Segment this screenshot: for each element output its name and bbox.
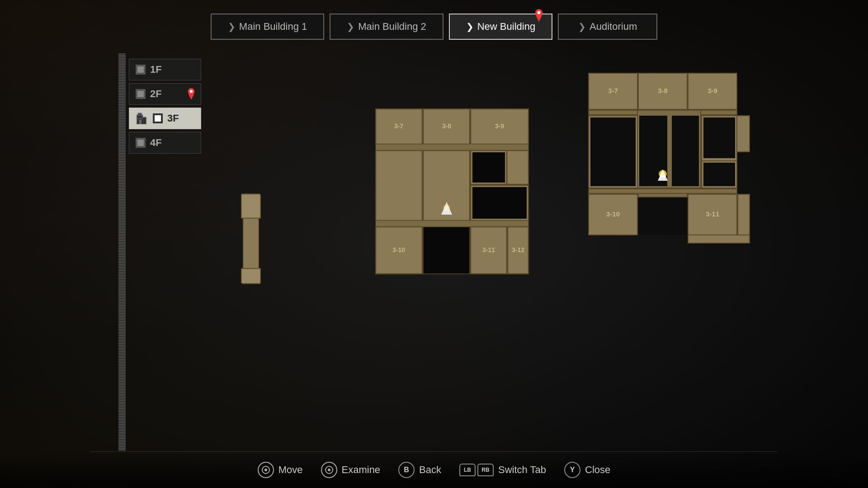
svg-text:3-11: 3-11 [482, 246, 495, 253]
map-left-pillar [240, 194, 262, 298]
hud-lb-button[interactable]: LB [459, 464, 476, 476]
svg-rect-5 [138, 113, 142, 115]
floor-label-4f: 4F [150, 137, 162, 149]
tab-label-2: Main Building 2 [358, 21, 426, 33]
hud-close: Y Close [564, 462, 610, 478]
floor-item-1f[interactable]: 1F [129, 59, 201, 80]
svg-rect-25 [738, 194, 750, 235]
floor-icon-1f [136, 65, 146, 75]
tab-main-building-2[interactable]: ❯ Main Building 2 [330, 14, 443, 40]
hud-close-button[interactable]: Y [564, 462, 580, 478]
floor-icon-4f [136, 138, 146, 148]
hud-close-label: Close [585, 464, 610, 476]
svg-point-55 [264, 469, 267, 471]
floor-label-3f: 3F [167, 113, 179, 124]
room-label-3-7: 3-7 [608, 87, 618, 94]
sidebar-track-inner [118, 53, 126, 451]
svg-rect-33 [376, 144, 528, 150]
tab-chevron-4: ❯ [578, 21, 586, 32]
svg-point-1 [190, 90, 193, 93]
tab-chevron-1: ❯ [228, 21, 236, 32]
room-label-3-11: 3-11 [706, 210, 719, 218]
hud-examine: Examine [321, 462, 381, 478]
room-label-3-9: 3-9 [708, 87, 717, 94]
floor-label-1f: 1F [150, 64, 162, 75]
tab-label-4: Auditorium [590, 21, 637, 33]
hud-switchtab-label: Switch Tab [498, 464, 546, 476]
bottom-hud: Move Examine B Back LB [0, 452, 868, 488]
room-label-3-10: 3-10 [606, 210, 620, 218]
sidebar-track [118, 53, 126, 451]
svg-text:3-10: 3-10 [392, 246, 405, 253]
svg-text:3-7: 3-7 [394, 122, 403, 130]
svg-rect-22 [638, 194, 687, 235]
hud-switch-tab: LB RB Switch Tab [459, 464, 546, 476]
hud-lb-rb-pair: LB RB [459, 464, 494, 476]
svg-rect-35 [376, 150, 422, 221]
svg-rect-20 [589, 189, 737, 193]
hud-back: B Back [398, 462, 441, 478]
svg-point-57 [328, 469, 330, 471]
floor-3f-building-icon [136, 113, 147, 124]
hud-rb-button[interactable]: RB [477, 464, 494, 476]
tabs-bar: ❯ Main Building 1 ❯ Main Building 2 ❯ Ne… [0, 14, 868, 40]
svg-rect-40 [507, 150, 528, 184]
hud-examine-button[interactable] [321, 462, 337, 478]
tab-label-1: Main Building 1 [239, 21, 307, 33]
tab-chevron-3: ❯ [466, 21, 474, 32]
hud-back-label: Back [419, 464, 441, 476]
location-pin-icon [533, 9, 544, 22]
hud-move: Move [258, 462, 303, 478]
svg-rect-19 [703, 163, 735, 186]
svg-rect-14 [672, 116, 699, 186]
svg-text:3-9: 3-9 [495, 122, 504, 130]
tab-main-building-1[interactable]: ❯ Main Building 1 [211, 14, 324, 40]
floor-plan: .room { fill: #8a7a55; stroke: #5a4a2a; … [588, 72, 750, 246]
svg-rect-43 [376, 221, 528, 227]
svg-point-0 [538, 11, 541, 14]
svg-rect-46 [423, 227, 470, 274]
floor-label-2f: 2F [150, 88, 162, 100]
hud-back-button[interactable]: B [398, 462, 415, 478]
floor-plan-map: .r { fill: #8a7a55; stroke: #5a4a2a; str… [375, 108, 529, 276]
svg-text:3-12: 3-12 [512, 246, 524, 253]
svg-rect-16 [703, 117, 735, 158]
svg-text:3-8: 3-8 [442, 122, 451, 130]
floor-item-3f[interactable]: 3F [129, 108, 201, 129]
svg-rect-11 [590, 117, 636, 186]
svg-rect-17 [737, 116, 750, 152]
floor-icon-2f [136, 89, 146, 99]
tab-label-3: New Building [477, 21, 535, 33]
floor-item-2f[interactable]: 2F [129, 83, 201, 105]
svg-rect-3 [139, 120, 142, 124]
tab-auditorium[interactable]: ❯ Auditorium [558, 14, 657, 40]
svg-rect-42 [472, 187, 527, 219]
floor-list: 1F 2F [129, 59, 201, 154]
svg-rect-39 [472, 152, 505, 183]
hud-move-button[interactable] [258, 462, 274, 478]
tab-chevron-2: ❯ [347, 21, 354, 32]
floor-2f-pin-icon [186, 88, 196, 100]
svg-rect-26 [688, 235, 750, 243]
hud-examine-label: Examine [342, 464, 381, 476]
floor-item-4f[interactable]: 4F [129, 132, 201, 154]
floor-icon-3f [153, 113, 163, 123]
room-label-3-8: 3-8 [658, 87, 668, 94]
svg-rect-23 [638, 193, 687, 197]
tab-new-building[interactable]: ❯ New Building [449, 14, 552, 40]
main-container: ❯ Main Building 1 ❯ Main Building 2 ❯ Ne… [0, 0, 868, 488]
hud-move-label: Move [278, 464, 303, 476]
